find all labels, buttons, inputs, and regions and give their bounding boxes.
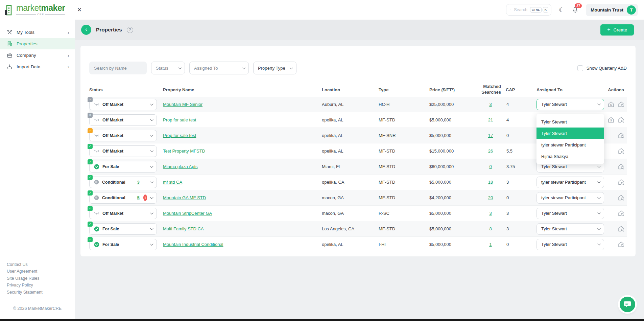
assigned-option[interactable]: Tyler Stewart	[536, 116, 604, 128]
close-icon[interactable]: ×	[77, 6, 82, 14]
cap-cell: 3	[501, 226, 536, 231]
matched-searches-link[interactable]: 8	[489, 226, 492, 231]
status-select[interactable]: ✓ For Sale	[89, 239, 157, 250]
global-search-input[interactable]: Search CTRL+K	[506, 4, 551, 16]
matched-searches-link[interactable]: 26	[488, 148, 493, 154]
assigned-to-select[interactable]: tyler stewar Participant	[536, 177, 604, 188]
location-cell: opelika, AL	[322, 133, 379, 138]
plus-icon: +	[607, 27, 610, 32]
property-name-link[interactable]: Test Property MFSTD	[163, 148, 205, 154]
property-name-link[interactable]: Mountain StripCenter GA	[163, 211, 212, 216]
assigned-to-filter-select[interactable]: Assigned To	[189, 62, 249, 74]
house-search-icon[interactable]	[618, 101, 625, 108]
property-name-link[interactable]: Mountain GA MF STD	[163, 195, 206, 200]
logo-wordmark: marketmaker	[16, 4, 65, 12]
status-select[interactable]: ✓ For Sale	[89, 223, 157, 235]
assigned-option[interactable]: Rijma Shakya	[536, 151, 604, 162]
eye-closed-icon	[94, 149, 99, 153]
property-name-link[interactable]: mf std CA	[163, 180, 182, 185]
sidebar-item-label: My Tools	[17, 30, 64, 35]
footer-link-user-agreement[interactable]: User Agreement	[7, 268, 75, 275]
show-quarterly-checkbox[interactable]	[577, 65, 583, 71]
house-dollar-icon[interactable]: $	[607, 116, 615, 123]
footer-link-privacy-policy[interactable]: Privacy Policy	[7, 282, 75, 289]
type-cell: MF-STD	[379, 148, 429, 154]
cap-cell: 4	[501, 102, 536, 107]
help-icon[interactable]: ?	[127, 27, 133, 33]
footer-link-security-statement[interactable]: Security Statement	[7, 289, 75, 296]
footer-link-contact-us[interactable]: Contact Us	[7, 261, 75, 268]
chevron-down-icon	[150, 118, 153, 121]
house-search-icon[interactable]	[618, 116, 625, 123]
location-cell: opelika, CA	[322, 180, 379, 185]
property-name-link[interactable]: Multi Family STD CA	[163, 226, 204, 231]
conditional-count-link[interactable]: 3	[137, 180, 140, 185]
matched-searches-link[interactable]: 1	[489, 242, 492, 247]
status-select[interactable]: ✓ Conditional 5 1	[89, 192, 157, 204]
footer-link-site-usage-rules[interactable]: Site Usage Rules	[7, 275, 75, 282]
search-by-name-input[interactable]	[89, 62, 147, 74]
status-select[interactable]: ✓ Off Market	[89, 130, 157, 141]
sidebar-item-import-data[interactable]: Import Data ›	[0, 61, 75, 72]
status-select[interactable]: ✓ Conditional 3	[89, 177, 157, 188]
chat-button[interactable]	[620, 297, 635, 312]
assigned-to-select[interactable]: Tyler Stewart	[536, 223, 604, 235]
price-cell: $5,000,000	[429, 211, 480, 216]
status-select[interactable]: × Off Market	[89, 99, 157, 110]
create-button[interactable]: + Create	[600, 24, 634, 36]
sidebar-item-properties[interactable]: Properties	[0, 38, 75, 49]
matched-searches-link[interactable]: 21	[488, 117, 493, 122]
assigned-option[interactable]: tyler stewar Participant	[536, 139, 604, 151]
status-select[interactable]: ✓ For Sale	[89, 161, 157, 173]
property-name-link[interactable]: Prop for sale test	[163, 133, 196, 138]
chevron-down-icon	[597, 180, 601, 183]
matched-searches-link[interactable]: 0	[489, 164, 492, 169]
app-logo[interactable]: marketmaker CRE	[4, 4, 65, 16]
dark-mode-toggle-icon[interactable]: ☾	[559, 6, 565, 14]
matched-searches-link[interactable]: 18	[488, 180, 493, 185]
property-name-link[interactable]: Mountain Industrial Conditional	[163, 242, 223, 247]
matched-searches-link[interactable]: 3	[489, 211, 492, 216]
house-search-icon[interactable]	[618, 210, 625, 217]
house-search-icon[interactable]	[618, 132, 625, 139]
location-cell: opelika, AL	[322, 242, 379, 247]
matched-searches-link[interactable]: 20	[488, 195, 493, 200]
house-search-icon[interactable]	[618, 179, 625, 186]
status-select[interactable]: × Off Market	[89, 114, 157, 126]
cap-cell: 3	[501, 211, 536, 216]
matched-searches-link[interactable]: 17	[488, 133, 493, 138]
assigned-to-select[interactable]: tyler stewar Participant	[536, 192, 604, 204]
house-search-icon[interactable]	[618, 241, 625, 248]
chevron-down-icon	[150, 227, 153, 230]
property-name-link[interactable]: Miama plaza Apts	[163, 164, 198, 169]
house-search-icon[interactable]	[618, 225, 625, 232]
assigned-to-select[interactable]: Tyler Stewart	[536, 99, 604, 110]
property-name-link[interactable]: Prop for sale test	[163, 117, 196, 122]
property-type-filter-select[interactable]: Property Type	[253, 62, 296, 74]
property-name-link[interactable]: Mountain MF Senior	[163, 102, 202, 107]
back-button[interactable]: ‹	[81, 25, 91, 35]
user-menu[interactable]: Mountain Trust T	[586, 4, 638, 16]
location-cell: Miami, FL	[322, 164, 379, 169]
status-filter-select[interactable]: Status	[151, 62, 185, 74]
status-select[interactable]: ✓ Off Market	[89, 145, 157, 157]
house-dollar-icon[interactable]: $	[607, 101, 615, 108]
assigned-to-select[interactable]: Tyler Stewart	[536, 239, 604, 250]
column-header-actions: Actions	[606, 87, 627, 92]
assigned-option[interactable]: Tyler Stewart	[536, 128, 604, 139]
notifications-button[interactable]: 37	[572, 6, 578, 13]
briefcase-icon	[7, 52, 13, 58]
status-select[interactable]: ✓ Off Market	[89, 208, 157, 219]
sidebar-item-company[interactable]: Company ›	[0, 49, 75, 61]
matched-searches-link[interactable]: 3	[489, 102, 492, 107]
topbar: marketmaker CRE × Search CTRL+K ☾ 37 Mou…	[0, 0, 644, 20]
house-search-icon[interactable]	[618, 147, 625, 155]
building-icon	[7, 41, 13, 47]
user-name: Mountain Trust	[591, 7, 623, 13]
house-search-icon[interactable]	[618, 194, 625, 201]
actions-cell	[606, 163, 627, 170]
house-search-icon[interactable]	[618, 163, 625, 170]
assigned-to-select[interactable]: Tyler Stewart	[536, 208, 604, 219]
sidebar-item-my-tools[interactable]: My Tools ›	[0, 26, 75, 38]
conditional-count-link[interactable]: 5	[137, 196, 140, 200]
